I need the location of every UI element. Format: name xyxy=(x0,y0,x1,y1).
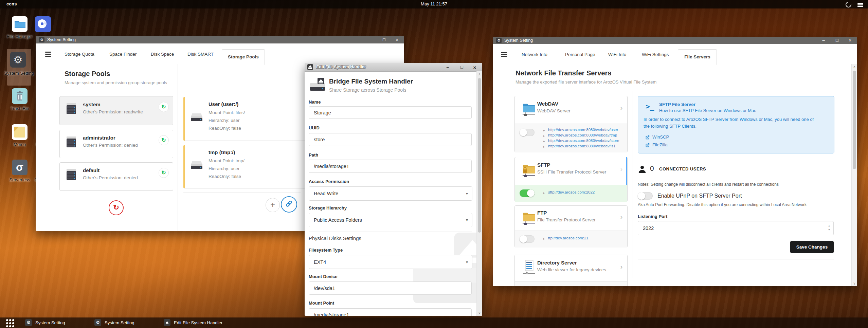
filesystem-type-dropdown[interactable]: EXT4 ▾ xyxy=(309,255,472,269)
notes-text: Notes: Setting change will disconnect al… xyxy=(638,182,779,187)
tab-disk-space[interactable]: Disk Space xyxy=(151,52,174,57)
refresh-pools-button[interactable]: ↻ xyxy=(109,200,124,215)
ftp-toggle[interactable] xyxy=(520,235,535,243)
path-input[interactable] xyxy=(309,160,472,173)
sync-icon[interactable]: ↻ xyxy=(159,102,169,112)
filezilla-link[interactable]: FileZilla xyxy=(652,142,668,147)
maximize-button[interactable]: □ xyxy=(459,65,465,70)
sftp-info-box: >_ SFTP File Server How to use SFTP File… xyxy=(638,96,834,153)
ftp-url-link[interactable]: ftp://dev.arozos.com:21 xyxy=(548,236,589,240)
webdav-url-link[interactable]: http://dev.arozos.com:8080/webdav/is1 xyxy=(548,144,616,148)
upnp-toggle[interactable] xyxy=(638,192,653,200)
sftp-toggle[interactable] xyxy=(520,189,535,197)
gear-icon: ⚙ xyxy=(496,38,502,43)
webdav-url-link[interactable]: http://dev.arozos.com:8080/webdav/tmp xyxy=(548,133,617,137)
scrollbar[interactable]: ∧ ∨ xyxy=(851,64,857,286)
minimize-button[interactable]: – xyxy=(368,37,373,42)
window-edit-fsh: Edit File System Handler – □ × Bridge Fi… xyxy=(305,63,482,316)
close-button[interactable]: × xyxy=(472,65,477,70)
dialog-title: Bridge File System Handler xyxy=(329,78,413,85)
sftp-url-link[interactable]: sftp://dev.arozos.com:2022 xyxy=(548,190,595,194)
sftp-folder-lock-icon xyxy=(522,163,536,179)
save-changes-button[interactable]: Save Changes xyxy=(790,241,834,253)
directory-toggle[interactable] xyxy=(520,286,535,286)
taskbar: ⚙ System Setting ⚙ System Setting Edit F… xyxy=(0,317,868,328)
music-app-icon[interactable]: ♪ xyxy=(35,16,51,32)
uuid-input[interactable] xyxy=(309,133,472,146)
name-input[interactable] xyxy=(309,106,472,119)
storage-pool-card-system[interactable]: system Other's Permission: readwrite ↻ xyxy=(59,96,173,125)
name-field xyxy=(309,106,472,119)
divider xyxy=(638,259,834,259)
sftp-card[interactable]: SFTP SSH File Transfer Protocol Server ›… xyxy=(514,157,628,202)
scrollbar-thumb[interactable] xyxy=(478,78,481,233)
upnp-description: Aka Auto Port Forwarding. Disable this o… xyxy=(638,202,807,207)
close-button[interactable]: × xyxy=(847,38,853,43)
maximize-button[interactable]: □ xyxy=(834,38,840,43)
storage-hierarchy-dropdown[interactable]: Public Access Folders ▾ xyxy=(309,213,472,227)
tab-file-servers[interactable]: File Servers xyxy=(678,49,717,65)
chevron-right-icon[interactable]: › xyxy=(620,263,622,271)
number-stepper[interactable]: ▲▼ xyxy=(828,224,830,232)
info-subtitle: How to use SFTP File Server on Windows o… xyxy=(659,108,756,113)
ftp-card[interactable]: FTP File Transfer Protocol Server › ▸ ft… xyxy=(514,205,628,248)
chevron-right-icon[interactable]: › xyxy=(620,213,622,221)
maximize-button[interactable]: □ xyxy=(381,37,387,42)
menu-icon[interactable] xyxy=(857,3,863,4)
directory-server-icon xyxy=(522,260,536,277)
task-item-system-setting-1[interactable]: ⚙ System Setting xyxy=(24,317,90,328)
webdav-url-link[interactable]: http://dev.arozos.com:8080/webdav/store xyxy=(548,139,619,143)
chevron-right-icon[interactable]: › xyxy=(620,165,622,173)
window-title: System Setting xyxy=(47,37,76,42)
task-item-system-setting-2[interactable]: ⚙ System Setting xyxy=(93,317,159,328)
sftp-status-section: ▸ sftp://dev.arozos.com:2022 xyxy=(515,185,627,202)
storage-pool-card-default[interactable]: default Other's Permission: denied ↻ xyxy=(59,162,173,191)
listening-port-input[interactable] xyxy=(638,221,834,235)
page-subtitle: Manage system and permission group stora… xyxy=(65,80,167,85)
task-item-edit-fsh[interactable]: Edit File System Handler xyxy=(162,317,247,328)
minimize-button[interactable]: – xyxy=(445,65,450,70)
storage-pool-card-administrator[interactable]: administrator Other's Permission: denied… xyxy=(59,130,173,158)
scrollbar-thumb[interactable] xyxy=(853,71,856,169)
mount-point-input[interactable] xyxy=(309,308,472,316)
directory-server-card[interactable]: Directory Server Web file viewer for leg… xyxy=(514,255,628,286)
gear-icon: ⚙ xyxy=(94,319,101,326)
minimize-button[interactable]: – xyxy=(821,38,826,43)
sync-icon[interactable]: ↻ xyxy=(159,135,169,145)
info-body: In order to connect to ArozOS SFTP Serve… xyxy=(644,117,814,122)
tab-disk-smart[interactable]: Disk SMART xyxy=(187,52,214,57)
tab-space-finder[interactable]: Space Finder xyxy=(109,52,137,57)
caret-down-icon: ▾ xyxy=(466,260,468,265)
person-icon xyxy=(638,165,647,175)
tab-wifi-info[interactable]: WiFi Info xyxy=(608,52,626,57)
webdav-toggle[interactable] xyxy=(520,129,535,136)
titlebar[interactable]: ⚙ System Setting – □ × xyxy=(36,36,404,43)
uuid-field xyxy=(309,133,472,146)
mount-device-input[interactable] xyxy=(309,281,472,295)
add-handler-button[interactable]: + xyxy=(266,198,280,212)
chevron-right-icon[interactable]: › xyxy=(620,104,622,112)
hamburger-menu-icon[interactable] xyxy=(501,52,507,53)
tab-storage-quota[interactable]: Storage Quota xyxy=(65,52,94,57)
close-button[interactable]: × xyxy=(394,37,400,42)
desktop-icon-system-setting[interactable]: ⚙ System Setting xyxy=(7,49,31,86)
tab-personal-page[interactable]: Personal Page xyxy=(565,52,595,57)
titlebar[interactable]: Edit File System Handler – □ × xyxy=(305,63,482,72)
webdav-url-link[interactable]: http://dev.arozos.com:8080/webdav/user xyxy=(548,128,618,132)
memo-icon xyxy=(12,124,28,140)
access-permission-dropdown[interactable]: Read Write ▾ xyxy=(309,186,472,201)
webdav-card[interactable]: WebDAV WebDAV Server › ▸ http://dev.aroz… xyxy=(514,96,628,152)
hamburger-menu-icon[interactable] xyxy=(45,52,51,53)
connected-users-count: 0 xyxy=(650,164,654,172)
app-launcher-icon[interactable] xyxy=(6,319,8,321)
scrollbar[interactable]: ∧ ∨ xyxy=(476,71,482,316)
tab-wifi-settings[interactable]: WiFi Settings xyxy=(642,52,669,57)
titlebar[interactable]: ⚙ System Setting – □ × xyxy=(493,37,857,44)
gear-icon: ⚙ xyxy=(39,37,44,42)
winscp-link[interactable]: WinSCP xyxy=(652,134,669,140)
tab-network-info[interactable]: Network Info xyxy=(522,52,547,57)
bridge-link-button[interactable] xyxy=(281,196,297,213)
listening-port-label: Listening Port xyxy=(638,214,667,219)
tab-storage-pools[interactable]: Storage Pools xyxy=(222,49,265,65)
sync-icon[interactable]: ↻ xyxy=(159,168,169,178)
